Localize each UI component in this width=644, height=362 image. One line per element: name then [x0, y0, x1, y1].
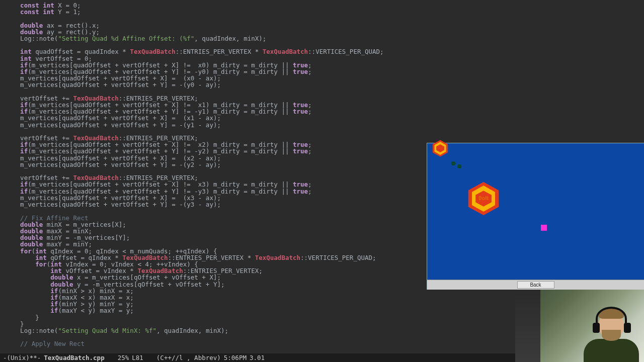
modeline-time: 5:06PM [224, 354, 247, 361]
modeline-filename: TexQuadBatch.cpp [44, 354, 104, 361]
game-logo-text: DoH [478, 195, 489, 202]
modeline-line: L81 [132, 354, 143, 361]
game-logo-large: DoH [465, 180, 502, 217]
game-sprite-dot [457, 164, 461, 168]
game-preview-window[interactable]: DoH Back [427, 143, 644, 290]
game-logo-small [431, 139, 449, 157]
modeline-encoding: -(Unix)**- [3, 354, 41, 361]
webcam-person [574, 302, 639, 362]
modeline-percent: 25% [118, 354, 129, 361]
back-button[interactable]: Back [517, 281, 554, 289]
modeline-mode: (C++//l , Abbrev) [156, 354, 221, 361]
webcam-overlay [515, 290, 644, 362]
modeline-load: 3.01 [250, 354, 265, 361]
game-bottom-bar: Back [427, 280, 644, 290]
game-sprite-dot [451, 161, 455, 165]
game-sprite-pink [541, 225, 547, 231]
